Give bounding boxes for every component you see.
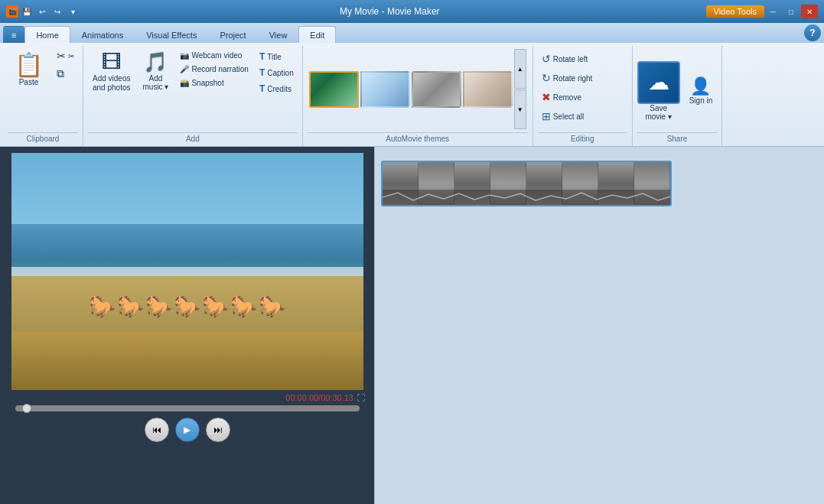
select-all-icon: ⊞: [542, 110, 551, 122]
help-button[interactable]: ?: [804, 24, 821, 41]
webcam-icon: 📷: [180, 51, 189, 60]
group-automovie: ▲ ▼ AutoMovie themes: [303, 46, 533, 146]
timeline-track: [381, 153, 818, 214]
add-videos-label: Add videosand photos: [93, 74, 131, 93]
horse-3: 🐎: [145, 294, 172, 319]
file-tab-icon: ≡: [11, 31, 16, 40]
themes-area: ▲ ▼: [308, 47, 528, 131]
cut-button[interactable]: ✂ ✂: [53, 47, 78, 64]
ribbon: ≡ Home Animations Visual Effects Project…: [0, 23, 824, 147]
theme-1[interactable]: [309, 71, 359, 108]
tab-visual-effects[interactable]: Visual Effects: [135, 26, 208, 43]
snapshot-button[interactable]: 📸 Snapshot: [176, 76, 252, 89]
play-button[interactable]: ▶: [175, 418, 200, 442]
time-value: 00:00.00/00:30.13: [285, 393, 353, 402]
horse-7: 🐎: [259, 294, 285, 319]
sign-in-label: Sign in: [689, 96, 713, 105]
add-music-label: Addmusic ▾: [143, 74, 169, 91]
credits-icon: T: [259, 83, 265, 94]
save-movie-wrap: ☁ Savemovie ▾: [637, 61, 680, 121]
webcam-label: Webcam video: [191, 51, 242, 60]
clipboard-label: Clipboard: [8, 132, 78, 145]
horse-4: 🐎: [174, 294, 200, 319]
remove-button[interactable]: ✖ Remove: [538, 89, 597, 106]
snapshot-label: Snapshot: [191, 79, 223, 87]
add-extra-stack: 📷 Webcam video 🎤 Record narration 📸 Snap…: [176, 49, 252, 89]
remove-icon: ✖: [542, 91, 551, 103]
title-button[interactable]: T Title: [256, 49, 298, 64]
cloud-icon: ☁: [648, 70, 669, 95]
theme-2[interactable]: [360, 71, 410, 108]
maximize-btn[interactable]: □: [783, 5, 800, 18]
expand-icon[interactable]: ⛶: [357, 393, 365, 402]
add-label: Add: [88, 132, 298, 145]
add-videos-button[interactable]: 🎞 Add videosand photos: [88, 47, 135, 96]
rotate-left-label: Rotate left: [553, 55, 588, 63]
theme-4[interactable]: [463, 71, 513, 108]
main-content: 🐎 🐎 🐎 🐎 🐎 🐎 🐎 00:00.00/00:30.13 ⛶ ⏮ ▶ ⏭: [0, 147, 824, 504]
credits-button[interactable]: T Credits: [256, 81, 298, 96]
redo-btn[interactable]: ↪: [50, 5, 64, 18]
ribbon-content: 📋 Paste ✂ ✂ ⧉ Clipboard: [0, 43, 824, 146]
horse-1: 🐎: [89, 294, 116, 319]
add-text-stack: T Title T Caption T Credits: [256, 49, 298, 96]
sand-dry: [11, 331, 363, 391]
credits-label: Credits: [267, 85, 291, 93]
caption-button[interactable]: T Caption: [256, 65, 298, 80]
window-controls: ─ □ ✕: [764, 5, 818, 18]
minimize-btn[interactable]: ─: [764, 5, 781, 18]
horses: 🐎 🐎 🐎 🐎 🐎 🐎 🐎: [11, 236, 363, 320]
title-center: My Movie - Movie Maker Video Tools: [80, 5, 764, 18]
rotate-right-button[interactable]: ↻ Rotate right: [538, 70, 597, 86]
waveform: [383, 190, 670, 205]
tab-home[interactable]: Home: [24, 26, 70, 43]
automovie-label: AutoMovie themes: [308, 132, 528, 145]
save-quick-btn[interactable]: 💾: [20, 5, 34, 18]
webcam-video-button[interactable]: 📷 Webcam video: [176, 49, 252, 62]
add-music-button[interactable]: 🎵 Addmusic ▾: [138, 47, 174, 94]
tab-project[interactable]: Project: [208, 26, 257, 43]
waveform-svg: [383, 190, 670, 205]
theme-scroll-down[interactable]: ▼: [514, 89, 526, 129]
sign-in-button[interactable]: 👤 Sign in: [685, 73, 718, 108]
preview-video: 🐎 🐎 🐎 🐎 🐎 🐎 🐎: [11, 153, 363, 390]
select-all-button[interactable]: ⊞ Select all: [538, 108, 597, 125]
editing-stack: ↺ Rotate left ↻ Rotate right ✖ Remove ⊞ …: [538, 50, 597, 125]
tab-edit[interactable]: Edit: [298, 26, 336, 43]
title-bar-left: 🎬 💾 ↩ ↪ ▾: [6, 5, 80, 18]
tab-view[interactable]: View: [258, 26, 299, 43]
tab-file[interactable]: ≡: [3, 26, 24, 43]
group-add: 🎞 Add videosand photos 🎵 Addmusic ▾ 📷 We…: [83, 46, 303, 146]
tab-animations[interactable]: Animations: [70, 26, 135, 43]
clipboard-content: 📋 Paste ✂ ✂ ⧉: [8, 47, 78, 131]
theme-3[interactable]: [412, 71, 461, 108]
quick-access-toolbar: 🎬 💾 ↩ ↪ ▾: [6, 5, 80, 18]
record-narration-button[interactable]: 🎤 Record narration: [176, 63, 252, 76]
sign-in-wrap: 👤 Sign in: [685, 73, 718, 108]
time-display: 00:00.00/00:30.13 ⛶: [285, 393, 368, 402]
editing-content: ↺ Rotate left ↻ Rotate right ✖ Remove ⊞ …: [538, 47, 627, 131]
caption-icon: T: [259, 67, 265, 78]
cut-icon: ✂: [57, 50, 66, 62]
theme-scroll-up[interactable]: ▲: [514, 49, 526, 89]
title-icon: T: [259, 51, 265, 62]
save-movie-button[interactable]: ☁: [637, 61, 680, 104]
paste-button[interactable]: 📋 Paste: [8, 47, 50, 90]
music-icon: 🎵: [143, 50, 168, 74]
copy-button[interactable]: ⧉: [53, 65, 78, 83]
record-narration-label: Record narration: [191, 65, 248, 73]
seek-bar[interactable]: [15, 405, 360, 411]
rotate-left-button[interactable]: ↺ Rotate left: [538, 50, 597, 67]
group-clipboard: 📋 Paste ✂ ✂ ⧉ Clipboard: [3, 46, 83, 146]
microphone-icon: 🎤: [180, 65, 189, 73]
qa-dropdown-btn[interactable]: ▾: [66, 5, 80, 18]
next-button[interactable]: ⏭: [206, 418, 230, 442]
undo-btn[interactable]: ↩: [35, 5, 49, 18]
title-label: Title: [267, 53, 282, 61]
video-tools-badge: Video Tools: [706, 5, 764, 18]
seek-thumb: [22, 404, 31, 413]
prev-button[interactable]: ⏮: [145, 418, 169, 442]
video-strip[interactable]: [381, 161, 672, 206]
editing-label: Editing: [538, 132, 627, 145]
close-btn[interactable]: ✕: [801, 5, 818, 18]
